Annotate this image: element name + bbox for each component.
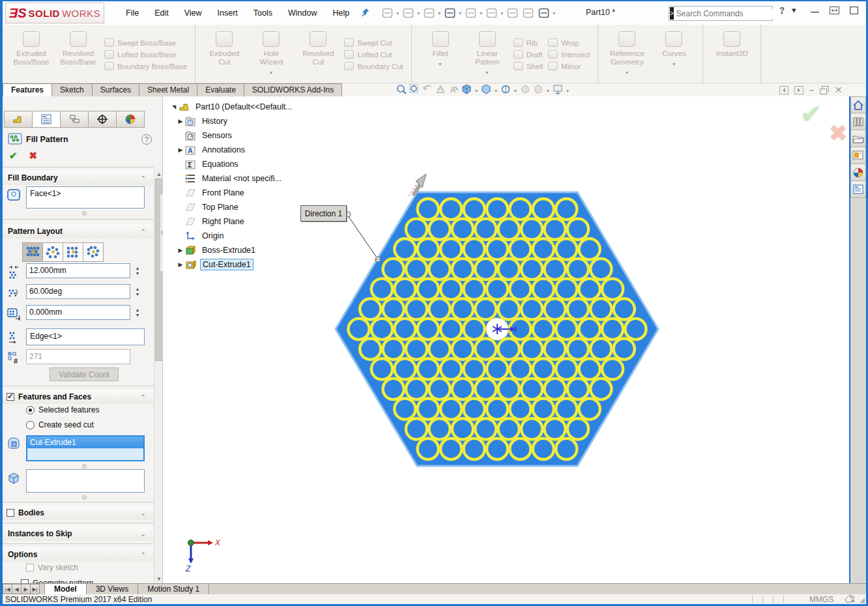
menu-edit[interactable]: Edit <box>147 6 176 20</box>
stagger-angle-field[interactable]: 60.00deg <box>26 284 130 299</box>
fillet-button[interactable]: Fillet▾ <box>417 27 464 81</box>
swept-cut-button[interactable]: Swept Cut <box>344 38 403 47</box>
layout-circular-button[interactable] <box>42 242 63 262</box>
section-instances-to-skip[interactable]: Instances to Skip⌄ <box>3 527 154 541</box>
bottom-tab-motion-study-1[interactable]: Motion Study 1 <box>138 584 209 594</box>
tab-property-manager[interactable] <box>32 111 61 128</box>
tab-sketch[interactable]: Sketch <box>51 83 93 96</box>
geometry-pattern-checkbox[interactable]: Geometry pattern <box>21 579 93 583</box>
linear-pattern-button[interactable]: LinearPattern▾ <box>464 27 511 81</box>
draft-button[interactable]: Draft <box>514 50 543 59</box>
collapse-arrow-icon[interactable]: ◥ <box>169 104 179 110</box>
swept-boss-base-button[interactable]: Swept Boss/Base <box>104 38 187 47</box>
tree-item-boss-extrude1[interactable]: ▶Boss-Extrude1 <box>169 243 295 257</box>
section-options[interactable]: Options⌃ <box>3 547 154 562</box>
extruded-cut-button[interactable]: ExtrudedCut <box>201 27 248 81</box>
ok-button[interactable]: ✔ <box>9 150 18 162</box>
margins-field[interactable]: 0.000mm <box>26 305 130 320</box>
menu-file[interactable]: File <box>119 6 146 20</box>
undo-icon[interactable] <box>463 6 478 20</box>
expand-arrow-icon[interactable]: ▶ <box>176 118 185 124</box>
minimize-button[interactable]: — <box>811 7 819 16</box>
tree-item-origin[interactable]: Origin <box>169 229 295 243</box>
taskpane-custom-properties-icon[interactable] <box>850 181 866 198</box>
lofted-boss-base-button[interactable]: Lofted Boss/Base <box>104 50 187 59</box>
tree-item-history[interactable]: ▶History <box>169 114 295 128</box>
tree-item-front-plane[interactable]: Front Plane <box>169 186 295 200</box>
hide-show-items-icon[interactable] <box>500 84 512 97</box>
view-orientation-dropdown-icon[interactable]: ▾ <box>475 88 478 94</box>
previous-view-icon[interactable] <box>422 84 433 97</box>
menu-help[interactable]: Help <box>326 6 357 20</box>
menu-view[interactable]: View <box>177 6 209 20</box>
radio-create-seed-cut[interactable]: Create seed cut <box>26 420 94 429</box>
pattern-direction-selection[interactable]: Edge<1> <box>26 328 145 345</box>
select-dropdown-icon[interactable]: ▾ <box>500 10 503 16</box>
resize-handle[interactable] <box>82 464 87 469</box>
open-icon[interactable] <box>401 6 416 20</box>
save-dropdown-icon[interactable]: ▾ <box>438 10 441 16</box>
margins-spinner[interactable]: ▲▼ <box>133 305 142 320</box>
help-icon[interactable]: ? <box>141 134 152 145</box>
zoom-area-icon[interactable] <box>409 84 420 97</box>
wrap-button[interactable]: Wrap <box>548 38 590 47</box>
new-document-icon[interactable] <box>380 6 395 20</box>
open-dropdown-icon[interactable]: ▾ <box>417 10 420 16</box>
revolved-boss-button[interactable]: RevolvedBoss/Base <box>55 27 102 81</box>
section-features-and-faces[interactable]: Features and Faces⌃ <box>3 390 154 404</box>
taskpane-design-library-icon[interactable] <box>850 113 866 130</box>
nav-last-icon[interactable]: ▶| <box>30 584 40 594</box>
display-style-icon[interactable] <box>481 84 492 97</box>
tab-display-manager[interactable] <box>116 111 145 128</box>
help-dropdown-icon[interactable]: ▾ <box>792 5 796 15</box>
taskpane-view-palette-icon[interactable] <box>850 147 866 164</box>
expand-arrow-icon[interactable]: ▶ <box>176 261 185 268</box>
edit-appearance-icon[interactable] <box>520 84 531 97</box>
tab-solidworks-add-ins[interactable]: SOLIDWORKS Add-Ins <box>244 83 342 96</box>
save-icon[interactable] <box>422 6 437 20</box>
undo-dropdown-icon[interactable]: ▾ <box>480 10 482 16</box>
section-view-icon[interactable] <box>435 84 446 97</box>
angle-spinner[interactable]: ▲▼ <box>133 284 142 299</box>
boundary-boss-base-button[interactable]: Boundary Boss/Base <box>104 62 187 70</box>
tree-item-material-not-specifi[interactable]: Material <not specifi... <box>169 171 295 186</box>
bodies-checkbox[interactable] <box>7 509 14 517</box>
resize-grip[interactable]: ◢ <box>860 596 865 603</box>
zoom-fit-icon[interactable] <box>396 84 407 97</box>
bottom-tab-model[interactable]: Model <box>44 584 87 594</box>
rib-button[interactable]: Rib <box>514 38 543 47</box>
view-orientation-icon[interactable] <box>461 84 472 97</box>
scroll-up-icon[interactable]: ▲ <box>154 169 163 179</box>
nav-first-icon[interactable]: |◀ <box>3 584 12 594</box>
hide-show-items-dropdown-icon[interactable]: ▾ <box>514 88 517 94</box>
scroll-down-icon[interactable]: ▼ <box>154 574 163 583</box>
new-document-dropdown-icon[interactable]: ▾ <box>396 10 399 16</box>
mirror-button[interactable]: Mirror <box>548 62 590 70</box>
reference-geometry-button[interactable]: ReferenceGeometry▾ <box>603 27 650 81</box>
menu-tools[interactable]: Tools <box>246 6 280 20</box>
search-commands-box[interactable]: > ▾ <box>669 6 773 21</box>
display-options-icon[interactable] <box>521 6 536 20</box>
validate-count-button[interactable]: Validate Count <box>50 368 119 381</box>
instant3d-button[interactable]: Instant3D <box>708 27 755 81</box>
revolved-cut-button[interactable]: RevolvedCut <box>295 27 341 81</box>
radio-selected-features[interactable]: Selected features <box>26 405 99 414</box>
tree-item-top-plane[interactable]: Top Plane <box>169 200 295 214</box>
expand-arrow-icon[interactable]: ▶ <box>176 247 185 253</box>
tab-feature-manager[interactable] <box>4 111 33 128</box>
tab-sheet-metal[interactable]: Sheet Metal <box>139 83 197 96</box>
nav-prev-icon[interactable]: ◀ <box>12 584 22 594</box>
layout-polygon-button[interactable] <box>83 242 104 262</box>
lofted-cut-button[interactable]: Lofted Cut <box>344 50 403 59</box>
fill-boundary-selection[interactable]: Face<1> <box>26 186 145 209</box>
intersect-button[interactable]: Intersect <box>548 50 590 59</box>
hole-wizard-button[interactable]: HoleWizard▾ <box>248 27 295 81</box>
layout-perforation-button[interactable] <box>22 242 43 262</box>
layout-square-button[interactable] <box>63 242 83 262</box>
bottom-tab-3d-views[interactable]: 3D Views <box>87 584 138 594</box>
shell-button[interactable]: Shell <box>514 62 543 70</box>
list-item-cut-extrude1[interactable]: Cut-Extrude1 <box>27 437 143 448</box>
tab-evaluate[interactable]: Evaluate <box>197 83 244 96</box>
search-input[interactable] <box>674 9 780 18</box>
curves-button[interactable]: Curves▾ <box>650 27 697 81</box>
